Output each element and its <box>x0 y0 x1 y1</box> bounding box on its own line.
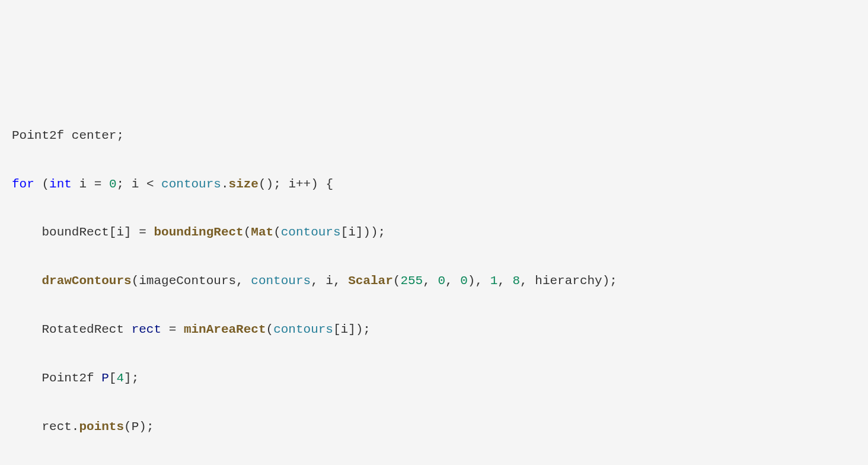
code-line-5: RotatedRect rect = minAreaRect(contours[… <box>12 318 856 342</box>
code-line-6: Point2f P[4]; <box>12 367 856 391</box>
code-line-7: rect.points(P); <box>12 415 856 439</box>
code-line-2: for (int i = 0; i < contours.size(); i++… <box>12 173 856 197</box>
code-block: Point2f center; for (int i = 0; i < cont… <box>12 100 856 465</box>
code-line-3: boundRect[i] = boundingRect(Mat(contours… <box>12 221 856 245</box>
code-line-4: drawContours(imageContours, contours, i,… <box>12 269 856 294</box>
code-line-1: Point2f center; <box>12 124 856 148</box>
